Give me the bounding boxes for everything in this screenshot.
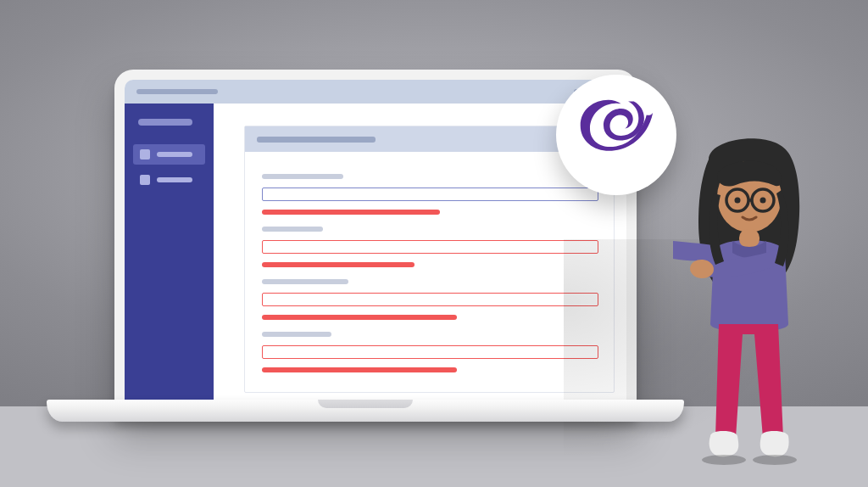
field-error — [262, 262, 415, 267]
svg-point-5 — [760, 198, 766, 204]
window-title — [136, 89, 218, 94]
form-card — [244, 126, 615, 393]
field-label — [262, 174, 343, 179]
window-title-bar — [125, 80, 626, 104]
nav-icon — [140, 175, 150, 185]
app-body — [125, 104, 626, 406]
sidebar-item-0[interactable] — [133, 144, 205, 165]
svg-point-9 — [702, 455, 746, 465]
blazor-logo-badge — [556, 75, 676, 195]
field-label — [262, 279, 348, 284]
presenter-character — [673, 134, 843, 465]
svg-point-4 — [735, 198, 741, 204]
sidebar-item-label — [157, 152, 192, 157]
text-input[interactable] — [262, 188, 598, 201]
field-error — [262, 367, 457, 372]
text-input[interactable] — [262, 293, 598, 306]
card-body — [245, 152, 614, 381]
laptop-notch — [318, 400, 413, 408]
laptop-base — [47, 400, 684, 422]
text-input[interactable] — [262, 345, 598, 359]
field-error — [262, 210, 440, 215]
field-label — [262, 332, 331, 337]
sidebar — [125, 104, 214, 406]
card-title — [257, 137, 376, 143]
svg-rect-6 — [739, 229, 760, 248]
sidebar-item-label — [157, 177, 192, 182]
text-input[interactable] — [262, 240, 598, 254]
brand — [138, 119, 192, 126]
nav-icon — [140, 149, 150, 160]
blazor-icon — [576, 95, 656, 175]
field-label — [262, 227, 323, 232]
sidebar-item-1[interactable] — [133, 170, 205, 190]
svg-point-10 — [753, 455, 797, 465]
app-window — [125, 80, 626, 406]
field-error — [262, 315, 457, 320]
